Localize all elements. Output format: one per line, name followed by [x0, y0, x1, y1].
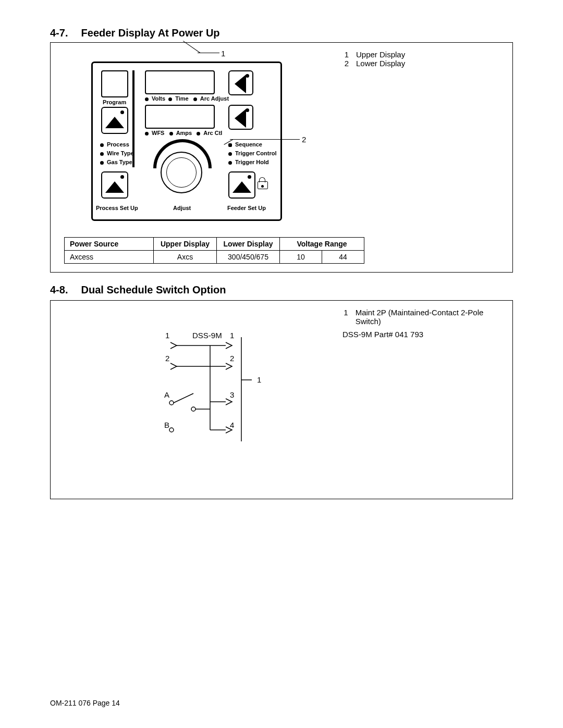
schem-callout: 1 — [257, 375, 261, 384]
upper-display — [145, 70, 215, 94]
process-setup-button[interactable] — [101, 171, 128, 199]
lower-display — [145, 105, 215, 129]
legend-n: 2 — [342, 59, 349, 68]
section-number: 4-7. — [50, 27, 78, 39]
lower-left-button[interactable] — [228, 105, 253, 130]
legend-4-7: 1Upper Display 2Lower Display — [342, 50, 405, 68]
label-adjust: Adjust — [173, 205, 191, 211]
legend-n: 1 — [342, 50, 349, 59]
legend-text: Maint 2P (Maintained-Contact 2-Pole Swit… — [356, 308, 494, 326]
legend-n: 1 — [342, 308, 348, 326]
upper-left-button[interactable] — [228, 70, 253, 95]
process-group: Process Wire Type Gas Type — [100, 140, 134, 167]
section-heading: Dual Schedule Switch Option — [81, 284, 226, 295]
callout-1: 1 — [221, 49, 225, 58]
figure-4-7: 1Upper Display 2Lower Display 1 2 Progra… — [50, 42, 513, 273]
legend-text: Upper Display — [356, 50, 405, 59]
svg-point-4 — [169, 401, 174, 405]
power-source-table: Power Source Upper Display Lower Display… — [64, 237, 364, 264]
legend-text: Lower Display — [356, 59, 405, 68]
th-voltage-range: Voltage Range — [280, 238, 364, 251]
callout-2: 2 — [302, 135, 306, 144]
label-process-setup: Process Set Up — [96, 205, 138, 211]
section-number: 4-8. — [50, 284, 78, 296]
upper-indicators: Volts Time Arc Adjust — [145, 95, 229, 102]
legend-4-8: 1 Maint 2P (Maintained-Contact 2-Pole Sw… — [342, 308, 494, 339]
section-4-7-title: 4-7. Feeder Display At Power Up — [50, 27, 513, 39]
section-4-8-title: 4-8. Dual Schedule Switch Option — [50, 284, 513, 296]
program-display — [101, 70, 128, 97]
svg-line-5 — [174, 393, 193, 403]
label-program: Program — [103, 99, 126, 105]
th-lower-display: Lower Display — [217, 238, 280, 251]
figure-4-8: 1 Maint 2P (Maintained-Contact 2-Pole Sw… — [50, 300, 513, 499]
label-feeder-setup: Feeder Set Up — [227, 205, 266, 211]
page-footer: OM-211 076 Page 14 — [50, 699, 120, 707]
feeder-panel: Program Volts Time Arc Adjust WFS Amps A… — [91, 61, 282, 221]
feeder-setup-button[interactable] — [228, 171, 255, 199]
part-number: DSS-9M Part# 041 793 — [342, 330, 494, 339]
th-power-source: Power Source — [65, 238, 154, 251]
adjust-knob[interactable] — [161, 152, 202, 193]
th-upper-display: Upper Display — [154, 238, 217, 251]
table-row: Axcess Axcs 300/450/675 10 44 — [65, 251, 364, 264]
program-up-button[interactable] — [101, 107, 128, 134]
dss-9m-schematic: DSS-9M 1 1 2 2 A 3 B 4 1 — [174, 342, 247, 457]
feeder-group: Sequence Trigger Control Trigger Hold — [228, 140, 276, 167]
svg-point-9 — [169, 428, 174, 432]
section-heading: Feeder Display At Power Up — [81, 27, 220, 39]
lock-icon — [258, 178, 267, 189]
schematic-svg — [174, 342, 247, 441]
schem-title: DSS-9M — [192, 331, 222, 340]
svg-point-6 — [191, 407, 195, 411]
lower-indicators: WFS Amps Arc Ctl — [145, 130, 222, 136]
